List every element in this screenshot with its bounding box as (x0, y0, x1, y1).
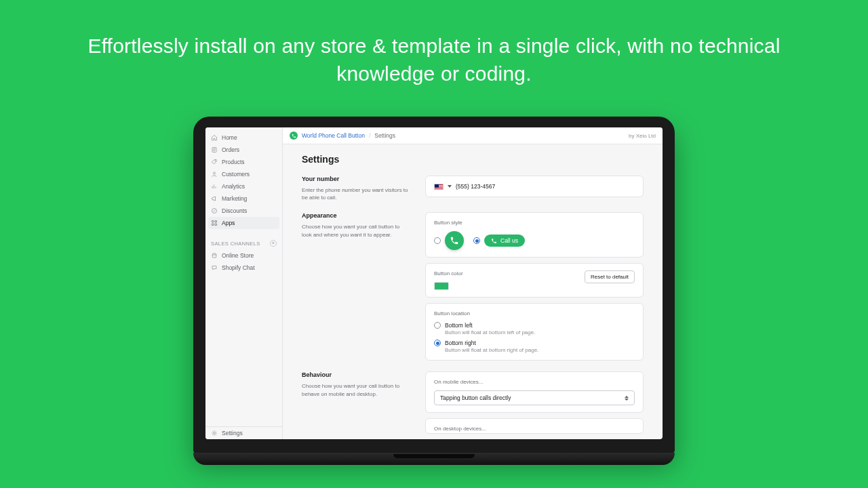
orders-icon (211, 146, 218, 153)
settings-content: Settings Your number Enter the phone num… (283, 144, 663, 439)
button-style-card: Button style (425, 212, 644, 258)
location-option-bottom-right[interactable]: Bottom right Button will float at bottom… (434, 340, 635, 353)
main-panel: World Phone Call Button / Settings by Xe… (283, 127, 663, 439)
sidebar-item-customers[interactable]: Customers (205, 168, 282, 180)
sidebar-item-label: Customers (222, 171, 250, 178)
section-help: Choose how you want your call button to … (302, 223, 410, 238)
sidebar-item-settings[interactable]: Settings (205, 427, 282, 439)
button-color-card: Button color Reset to default (425, 263, 644, 298)
chevron-down-icon[interactable] (448, 185, 452, 188)
card-label: Button style (434, 220, 635, 226)
gear-icon (211, 430, 218, 436)
svg-point-1 (215, 161, 216, 161)
option-subtitle: Button will float at bottom left of page… (445, 329, 535, 336)
sidebar-item-label: Online Store (222, 252, 254, 259)
sidebar-item-label: Apps (222, 220, 235, 226)
sidebar-item-label: Shopify Chat (222, 264, 255, 271)
sidebar-item-apps[interactable]: Apps (208, 217, 279, 229)
section-appearance: Appearance Choose how you want your call… (302, 212, 644, 361)
hero-headline: Effortlessly install on any store & temp… (0, 33, 868, 87)
sidebar-item-orders[interactable]: Orders (205, 144, 282, 156)
radio-unchecked[interactable] (434, 322, 441, 329)
admin-sidebar: Home Orders Products Customers (205, 127, 283, 439)
sidebar-item-discounts[interactable]: Discounts (205, 205, 282, 217)
apps-icon (211, 220, 218, 226)
section-heading: Your number (302, 176, 410, 182)
analytics-icon (211, 183, 218, 190)
sidebar-item-marketing[interactable]: Marketing (205, 192, 282, 205)
radio-unchecked[interactable] (434, 237, 441, 244)
section-your-number: Your number Enter the phone number you w… (302, 176, 644, 201)
color-swatch[interactable] (434, 282, 449, 290)
radio-checked[interactable] (434, 340, 441, 346)
section-heading: Behaviour (302, 371, 410, 378)
sidebar-item-label: Marketing (222, 195, 247, 202)
card-label: Button location (434, 310, 635, 317)
select-value: Tapping button calls directly (440, 394, 511, 401)
svg-point-8 (214, 432, 216, 434)
country-flag-icon[interactable] (434, 184, 443, 190)
section-behaviour: Behaviour Choose how you want your call … (302, 371, 644, 434)
app-topbar: World Phone Call Button / Settings by Xe… (283, 127, 663, 144)
mobile-behaviour-card: On mobile devices... Tapping button call… (425, 371, 644, 413)
svg-rect-4 (212, 221, 214, 223)
store-icon (211, 252, 218, 259)
sidebar-item-analytics[interactable]: Analytics (205, 180, 282, 192)
option-title: Bottom left (445, 322, 535, 329)
breadcrumb-current: Settings (374, 132, 395, 139)
option-subtitle: Button will float at bottom right of pag… (445, 347, 538, 353)
call-us-pill: Call us (484, 235, 525, 247)
card-label: Button color (434, 270, 463, 277)
location-option-bottom-left[interactable]: Bottom left Button will float at bottom … (434, 322, 635, 336)
reset-to-default-button[interactable]: Reset to default (585, 270, 635, 283)
card-label: On mobile devices... (434, 379, 635, 385)
svg-rect-6 (212, 224, 214, 226)
app-screen: Home Orders Products Customers (205, 127, 663, 439)
phone-number-value: (555) 123-4567 (456, 183, 495, 190)
sidebar-section-label: SALES CHANNELS (211, 241, 260, 247)
megaphone-icon (211, 195, 218, 202)
sidebar-channel-online-store[interactable]: Online Store (205, 249, 282, 262)
svg-rect-7 (215, 224, 217, 226)
sidebar-item-label: Analytics (222, 183, 245, 190)
sidebar-item-label: Products (222, 159, 245, 165)
sidebar-item-label: Settings (222, 430, 243, 436)
section-heading: Appearance (302, 212, 410, 219)
sidebar-item-label: Home (222, 134, 237, 141)
breadcrumb-app-name[interactable]: World Phone Call Button (302, 132, 365, 139)
sidebar-section-sales-channels: SALES CHANNELS + (205, 233, 282, 249)
laptop-base (193, 453, 675, 465)
home-icon (211, 134, 218, 141)
breadcrumb-separator: / (369, 132, 370, 139)
phone-number-card: (555) 123-4567 (425, 176, 644, 197)
discount-icon (211, 207, 218, 214)
button-location-card: Button location Bottom left Button will … (425, 303, 644, 361)
section-help: Choose how you want your call button to … (302, 382, 410, 397)
user-icon (211, 171, 218, 178)
style-option-pill[interactable]: Call us (473, 235, 525, 247)
svg-rect-5 (215, 221, 217, 223)
phone-number-input[interactable]: (555) 123-4567 (434, 183, 635, 190)
app-logo-icon (290, 131, 298, 140)
sidebar-item-home[interactable]: Home (205, 131, 282, 144)
phone-icon (445, 231, 464, 250)
style-option-icon-only[interactable] (434, 231, 464, 250)
mobile-behaviour-select[interactable]: Tapping button calls directly (434, 390, 635, 405)
select-arrows-icon (625, 396, 629, 401)
sidebar-item-products[interactable]: Products (205, 156, 282, 168)
add-channel-icon[interactable]: + (270, 240, 277, 247)
pill-label: Call us (500, 237, 518, 244)
page-title: Settings (302, 154, 644, 165)
sidebar-channel-shopify-chat[interactable]: Shopify Chat (205, 262, 282, 274)
sidebar-item-label: Discounts (222, 207, 247, 214)
tag-icon (211, 159, 218, 165)
sidebar-item-label: Orders (222, 146, 239, 153)
radio-checked[interactable] (473, 237, 480, 244)
laptop-frame: Home Orders Products Customers (193, 117, 675, 465)
card-label: On desktop devices... (434, 426, 635, 432)
byline: by Xeio Ltd (629, 133, 656, 139)
option-title: Bottom right (445, 340, 538, 346)
chat-icon (211, 264, 218, 271)
svg-point-2 (214, 172, 216, 174)
desktop-behaviour-card: On desktop devices... (425, 418, 644, 434)
